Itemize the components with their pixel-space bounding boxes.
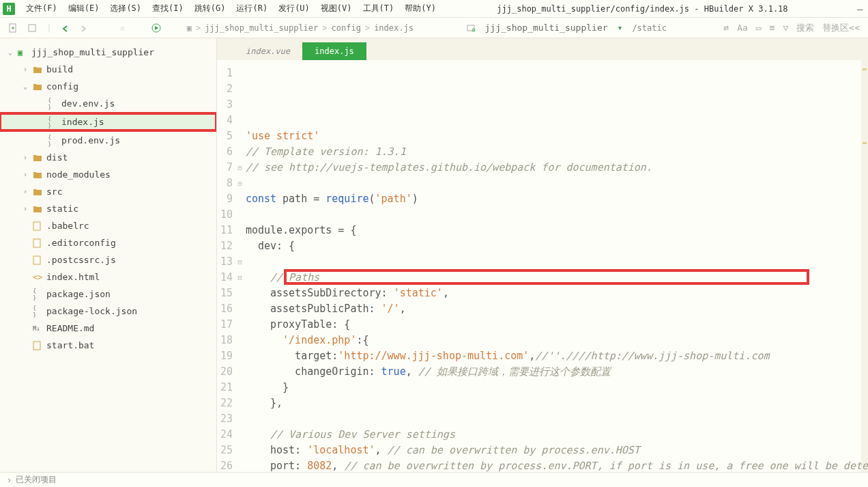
folder-icon — [33, 170, 44, 180]
code-line-14[interactable]: '/index.php':{ — [243, 333, 868, 348]
code-line-21[interactable]: host: 'localhost', // can be overwritten… — [243, 443, 868, 458]
search-label[interactable]: 搜索 — [796, 22, 814, 34]
code-line-18[interactable]: }, — [243, 395, 868, 411]
tab-index-js[interactable]: index.js — [302, 42, 366, 60]
tool-1-icon[interactable]: ⇄ — [723, 23, 729, 33]
web-project-icon: ▣ — [18, 48, 29, 57]
menu-run[interactable]: 运行(R) — [231, 3, 273, 14]
code-line-22[interactable]: port: 8082, // can be overwritten by pro… — [243, 458, 868, 472]
tree-item-static[interactable]: ›static — [0, 200, 216, 217]
tree-item-dist[interactable]: ›dist — [0, 149, 216, 166]
target-project[interactable]: jjj_shop_multi_supplier — [485, 23, 608, 33]
folder-icon — [33, 65, 44, 74]
tree-item-package-lock-json[interactable]: { }package-lock.json — [0, 303, 216, 320]
target-path-input[interactable] — [632, 23, 714, 33]
code-line-3[interactable]: // see http://vuejs-templates.github.io/… — [243, 160, 868, 176]
tree-item--babelrc[interactable]: .babelrc — [0, 217, 216, 234]
target-icon[interactable] — [466, 23, 476, 33]
tree-item-dev-env-js[interactable]: { }dev.env.js — [0, 95, 216, 112]
filter-icon[interactable]: ▽ — [783, 23, 789, 33]
menu-tools[interactable]: 工具(T) — [358, 3, 400, 14]
menubar: H 文件(F) 编辑(E) 选择(S) 查找(I) 跳转(G) 运行(R) 发行… — [0, 0, 868, 18]
tree-item-config[interactable]: ⌄config — [0, 78, 216, 95]
code-line-16[interactable]: changeOrigin: true, // 如果接口跨域，需要进行这个参数配置 — [243, 364, 868, 380]
code-line-10[interactable]: // Paths — [243, 270, 868, 286]
tool-4-icon[interactable]: ≡ — [770, 23, 775, 33]
tree-item-README-md[interactable]: M↓README.md — [0, 320, 216, 337]
project-sidebar[interactable]: ⌄ ▣ jjj_shop_multi_supplier ›build⌄confi… — [0, 38, 217, 472]
js-icon: { } — [48, 134, 59, 148]
folder-icon: ▣ — [187, 23, 192, 33]
code-line-15[interactable]: target:'http://www.jjj-shop-multi.com',/… — [243, 348, 868, 364]
json-icon: { } — [33, 288, 44, 301]
closed-projects-toggle[interactable]: › 已关闭项目 — [7, 474, 57, 486]
json-icon: { } — [33, 305, 44, 318]
tree-item-index-js[interactable]: { }index.js — [0, 113, 216, 130]
tab-index-vue[interactable]: index.vue — [233, 42, 302, 60]
code-line-8[interactable]: dev: { — [243, 238, 868, 254]
code-line-17[interactable]: } — [243, 380, 868, 395]
code-line-7[interactable]: module.exports = { — [243, 223, 868, 238]
code-line-1[interactable]: 'use strict' — [243, 128, 868, 144]
save-icon[interactable] — [27, 23, 37, 33]
toolbar: | ☆ ▣ > jjj_shop_multi_supplier > config… — [0, 18, 868, 38]
code-content[interactable]: 'use strict'// Template version: 1.3.1//… — [243, 60, 868, 472]
code-line-4[interactable] — [243, 176, 868, 191]
code-line-5[interactable]: const path = require('path') — [243, 191, 868, 207]
tree-item-start-bat[interactable]: start.bat — [0, 337, 216, 354]
svg-rect-3 — [467, 25, 474, 31]
menu-select[interactable]: 选择(S) — [104, 3, 147, 14]
menu-publish[interactable]: 发行(U) — [273, 3, 315, 14]
editor-area: index.vue index.js 123456789101112131415… — [217, 38, 868, 472]
svg-rect-7 — [33, 256, 40, 264]
md-icon: M↓ — [33, 325, 44, 332]
fold-column[interactable]: ⊟⊟⊟⊟ — [237, 60, 243, 472]
code-line-20[interactable]: // Various Dev Server settings — [243, 427, 868, 443]
app-icon: H — [3, 3, 15, 15]
code-line-6[interactable] — [243, 207, 868, 223]
forward-icon[interactable] — [79, 23, 87, 33]
replace-label[interactable]: 替换区<< — [822, 22, 860, 34]
code-line-2[interactable]: // Template version: 1.3.1 — [243, 144, 868, 160]
menu-find[interactable]: 查找(I) — [147, 3, 189, 14]
tree-item-index-html[interactable]: <>index.html — [0, 268, 216, 286]
tree-item--editorconfig[interactable]: .editorconfig — [0, 234, 216, 251]
code-line-11[interactable]: assetsSubDirectory: 'static', — [243, 286, 868, 301]
run-icon[interactable] — [151, 23, 161, 33]
code-editor[interactable]: 1234567891011121314151617181920212223242… — [217, 60, 868, 472]
breadcrumb-project[interactable]: jjj_shop_multi_supplier — [205, 23, 318, 33]
tree-item--postcssrc-js[interactable]: .postcssrc.js — [0, 251, 216, 268]
menu-goto[interactable]: 跳转(G) — [189, 3, 231, 14]
breadcrumb-folder[interactable]: config — [332, 23, 361, 33]
breadcrumb-file[interactable]: index.js — [374, 23, 414, 33]
code-line-9[interactable] — [243, 254, 868, 270]
menu-file[interactable]: 文件(F) — [20, 3, 63, 14]
js-icon: { } — [48, 97, 59, 111]
svg-rect-5 — [33, 222, 40, 230]
code-line-19[interactable] — [243, 411, 868, 427]
line-numbers: 1234567891011121314151617181920212223242… — [217, 60, 237, 472]
star-icon[interactable]: ☆ — [120, 23, 126, 33]
menu-help[interactable]: 帮助(Y) — [399, 3, 442, 14]
folder-icon — [33, 153, 44, 163]
new-file-icon[interactable] — [8, 23, 18, 33]
code-line-12[interactable]: assetsPublicPath: '/', — [243, 301, 868, 317]
tree-item-package-json[interactable]: { }package.json — [0, 286, 216, 303]
menu-view[interactable]: 视图(V) — [315, 3, 358, 14]
tree-item-node_modules[interactable]: ›node_modules — [0, 166, 216, 183]
tree-root[interactable]: ⌄ ▣ jjj_shop_multi_supplier — [0, 44, 216, 61]
code-line-13[interactable]: proxyTable: { — [243, 317, 868, 333]
folder-icon — [33, 204, 44, 214]
back-icon[interactable] — [61, 23, 70, 33]
tool-2-icon[interactable]: Aa — [737, 23, 748, 33]
chevron-right-icon: › — [7, 475, 12, 485]
menu-edit[interactable]: 编辑(E) — [63, 3, 105, 14]
statusbar: › 已关闭项目 — [0, 472, 868, 487]
tree-item-src[interactable]: ›src — [0, 183, 216, 200]
minimize-button[interactable]: — — [857, 3, 865, 14]
tree-item-prod-env-js[interactable]: { }prod.env.js — [0, 132, 216, 149]
html-icon: <> — [33, 273, 44, 282]
folder-icon — [33, 82, 44, 92]
tree-item-build[interactable]: ›build — [0, 61, 216, 78]
tool-3-icon[interactable]: ▭ — [756, 23, 762, 33]
